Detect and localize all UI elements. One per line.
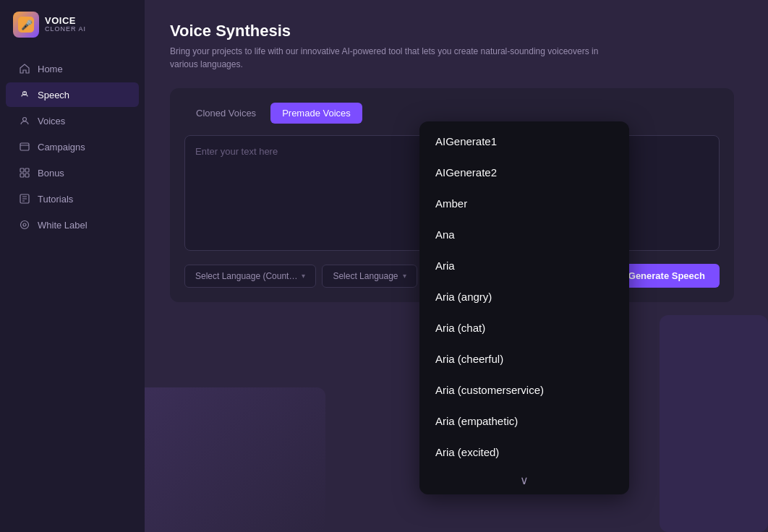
logo-text: VOICE Cloner AI xyxy=(45,16,86,33)
svg-rect-9 xyxy=(20,173,24,177)
svg-rect-10 xyxy=(25,173,29,177)
dropdown-item-aigenerate1[interactable]: AIGenerate1 xyxy=(419,126,629,157)
dropdown-item-amber[interactable]: Amber xyxy=(419,188,629,219)
dropdown-item-aria-customerservice[interactable]: Aria (customerservice) xyxy=(419,374,629,406)
select-language-label: Select Language xyxy=(333,271,398,281)
nav-label-home: Home xyxy=(38,64,63,74)
tabs-row: Cloned Voices Premade Voices xyxy=(184,103,720,124)
dropdown-item-aria-angry[interactable]: Aria (angry) xyxy=(419,281,629,312)
svg-rect-5 xyxy=(20,143,29,150)
bg-decor-left xyxy=(145,387,325,532)
svg-point-4 xyxy=(23,118,27,121)
select-language-country-label: Select Language (Count… xyxy=(195,271,297,281)
logo-title: VOICE xyxy=(45,16,86,26)
logo-icon: 🎤 xyxy=(13,12,39,38)
select-language-btn[interactable]: Select Language ▾ xyxy=(322,265,417,288)
svg-point-15 xyxy=(21,221,29,229)
dropdown-item-aria-excited[interactable]: Aria (excited) xyxy=(419,437,629,468)
main-content: Voice Synthesis Bring your projects to l… xyxy=(145,0,768,532)
nav-label-voices: Voices xyxy=(38,116,65,126)
chevron-down-icon: ▾ xyxy=(302,272,305,280)
chevron-down-icon-2: ▾ xyxy=(403,272,406,280)
sidebar-item-tutorials[interactable]: Tutorials xyxy=(6,186,139,211)
svg-point-16 xyxy=(23,223,26,226)
sidebar-item-home[interactable]: Home xyxy=(6,56,139,81)
dropdown-item-aria-chat[interactable]: Aria (chat) xyxy=(419,312,629,343)
chevron-down-more-icon: ∨ xyxy=(520,473,529,487)
dropdown-item-aria-empathetic[interactable]: Aria (empathetic) xyxy=(419,406,629,437)
campaigns-icon xyxy=(19,141,30,153)
tab-cloned-voices[interactable]: Cloned Voices xyxy=(184,103,268,124)
nav-label-tutorials: Tutorials xyxy=(38,194,73,205)
logo-subtitle: Cloner AI xyxy=(45,26,86,33)
sidebar: 🎤 VOICE Cloner AI Home xyxy=(0,0,145,532)
home-icon xyxy=(19,63,30,74)
sidebar-item-speech[interactable]: Speech xyxy=(6,82,139,107)
sidebar-item-campaigns[interactable]: Campaigns xyxy=(6,134,139,159)
whitelabel-icon xyxy=(19,219,30,231)
voices-icon xyxy=(19,115,30,126)
dropdown-item-aria-cheerful[interactable]: Aria (cheerful) xyxy=(419,343,629,374)
svg-rect-8 xyxy=(25,168,29,172)
sidebar-item-whitelabel[interactable]: White Label xyxy=(6,213,139,237)
tutorials-icon xyxy=(19,193,30,205)
dropdown-scroll-more[interactable]: ∨ xyxy=(419,468,629,490)
svg-text:🎤: 🎤 xyxy=(21,19,33,31)
speech-icon xyxy=(19,89,30,100)
tab-premade-voices[interactable]: Premade Voices xyxy=(270,103,362,124)
page-title: Voice Synthesis xyxy=(170,22,743,40)
nav-label-campaigns: Campaigns xyxy=(38,142,85,153)
nav: Home Speech Voices xyxy=(0,49,145,244)
bonus-icon xyxy=(19,167,30,179)
svg-rect-7 xyxy=(20,168,24,172)
dropdown-item-aria[interactable]: Aria xyxy=(419,250,629,281)
bg-decor-right xyxy=(660,315,768,532)
dropdown-item-aigenerate2[interactable]: AIGenerate2 xyxy=(419,157,629,188)
nav-label-speech: Speech xyxy=(38,90,69,100)
nav-label-bonus: Bonus xyxy=(38,168,64,179)
voice-dropdown: AIGenerate1 AIGenerate2 Amber Ana Aria A… xyxy=(419,121,629,494)
logo: 🎤 VOICE Cloner AI xyxy=(0,0,145,49)
generate-speech-button[interactable]: Generate Speech xyxy=(614,264,720,288)
dropdown-item-ana[interactable]: Ana xyxy=(419,219,629,250)
sidebar-item-voices[interactable]: Voices xyxy=(6,108,139,133)
select-language-country-btn[interactable]: Select Language (Count… ▾ xyxy=(184,265,316,288)
page-subtitle: Bring your projects to life with our inn… xyxy=(170,45,604,71)
sidebar-item-bonus[interactable]: Bonus xyxy=(6,160,139,185)
nav-label-whitelabel: White Label xyxy=(38,220,88,231)
